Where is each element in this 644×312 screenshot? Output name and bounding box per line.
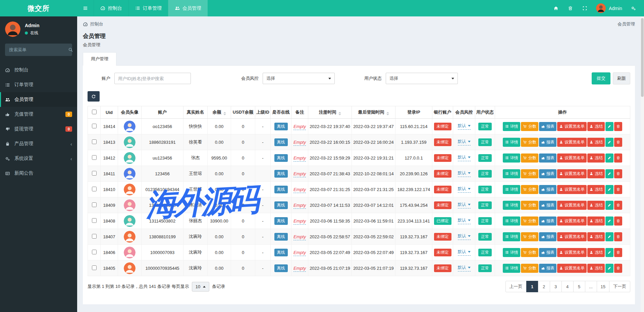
submit-button[interactable]: 提交 <box>592 72 610 84</box>
status-select[interactable]: 选择 <box>386 73 458 84</box>
action-blacklist-button[interactable]: 设置黑名单 <box>557 216 587 226</box>
risk-dropdown[interactable]: 默认 <box>458 123 471 130</box>
page-15-button[interactable]: 15 <box>597 281 609 292</box>
action-blacklist-button[interactable]: 设置黑名单 <box>557 248 587 257</box>
action-edit-button[interactable] <box>605 169 613 178</box>
row-checkbox[interactable] <box>92 234 97 239</box>
action-delete-button[interactable] <box>614 169 622 178</box>
action-freeze-button[interactable]: 冻结 <box>587 216 605 226</box>
action-blacklist-button[interactable]: 设置黑名单 <box>557 185 587 194</box>
page-1-button[interactable]: 1 <box>526 281 538 292</box>
row-checkbox[interactable] <box>92 124 97 128</box>
select-all-checkbox[interactable] <box>92 110 97 114</box>
refresh-button[interactable]: 刷新 <box>613 72 630 84</box>
action-report-button[interactable]: 报表 <box>539 248 556 257</box>
nav-item-控制台[interactable]: 控制台 <box>94 0 128 16</box>
sidebar-item-控制台[interactable]: 控制台 <box>0 63 77 77</box>
action-score-button[interactable]: 分数 <box>521 138 538 147</box>
home-button[interactable] <box>549 0 563 16</box>
risk-dropdown[interactable]: 默认 <box>458 154 471 161</box>
action-edit-button[interactable] <box>605 185 613 194</box>
page-next-button[interactable]: 下一页 <box>609 281 630 292</box>
action-freeze-button[interactable]: 冻结 <box>587 169 605 178</box>
col-余额[interactable]: 余额 <box>208 106 231 119</box>
action-details-button[interactable]: 详情 <box>503 185 520 194</box>
action-delete-button[interactable] <box>614 248 622 257</box>
action-score-button[interactable]: 分数 <box>521 248 538 257</box>
page-5-button[interactable]: 5 <box>573 281 585 292</box>
action-details-button[interactable]: 详情 <box>503 216 520 226</box>
action-details-button[interactable]: 详情 <box>503 122 520 131</box>
breadcrumb-dashboard-link[interactable]: 控制台 <box>83 21 103 27</box>
action-report-button[interactable]: 报表 <box>539 122 556 131</box>
action-details-button[interactable]: 详情 <box>503 264 520 273</box>
action-edit-button[interactable] <box>605 201 613 210</box>
action-delete-button[interactable] <box>614 185 622 194</box>
note-link[interactable]: Empty <box>293 124 306 130</box>
action-blacklist-button[interactable]: 设置黑名单 <box>557 169 587 178</box>
risk-dropdown[interactable]: 默认 <box>458 139 471 145</box>
row-checkbox[interactable] <box>92 155 97 160</box>
sidebar-item-会员管理[interactable]: 会员管理 <box>0 92 77 107</box>
col-最后登陆时间[interactable]: 最后登陆时间 <box>352 106 395 119</box>
action-freeze-button[interactable]: 冻结 <box>587 264 605 273</box>
action-edit-button[interactable] <box>605 138 613 147</box>
action-details-button[interactable]: 详情 <box>503 248 520 257</box>
search-input[interactable] <box>9 47 68 52</box>
row-checkbox[interactable] <box>92 218 97 223</box>
action-report-button[interactable]: 报表 <box>539 138 556 147</box>
risk-dropdown[interactable]: 默认 <box>458 217 471 224</box>
tab-user-management[interactable]: 用户管理 <box>83 52 116 66</box>
risk-dropdown[interactable]: 默认 <box>458 249 471 256</box>
note-link[interactable]: Empty <box>293 187 306 193</box>
col-select-all[interactable] <box>88 106 101 119</box>
note-link[interactable]: Empty <box>293 250 306 256</box>
risk-dropdown[interactable]: 默认 <box>458 202 471 208</box>
action-details-button[interactable]: 详情 <box>503 138 520 147</box>
page-3-button[interactable]: 3 <box>550 281 562 292</box>
row-checkbox[interactable] <box>92 187 97 191</box>
note-link[interactable]: Empty <box>293 203 306 209</box>
action-delete-button[interactable] <box>614 138 622 147</box>
action-freeze-button[interactable]: 冻结 <box>587 201 605 210</box>
action-freeze-button[interactable]: 冻结 <box>587 232 605 241</box>
action-report-button[interactable]: 报表 <box>539 185 556 194</box>
sidebar-toggle-button[interactable] <box>77 0 94 16</box>
nav-item-订单管理[interactable]: 订单管理 <box>128 0 168 16</box>
clear-cache-button[interactable] <box>563 0 578 16</box>
action-delete-button[interactable] <box>614 216 622 226</box>
action-blacklist-button[interactable]: 设置黑名单 <box>557 201 587 210</box>
note-link[interactable]: Empty <box>293 219 306 225</box>
page-2-button[interactable]: 2 <box>538 281 550 292</box>
account-search-input[interactable] <box>114 73 191 84</box>
risk-dropdown[interactable]: 默认 <box>458 170 471 177</box>
action-score-button[interactable]: 分数 <box>521 264 538 273</box>
action-details-button[interactable]: 详情 <box>503 201 520 210</box>
risk-select[interactable]: 选择 <box>263 73 335 84</box>
note-link[interactable]: Empty <box>293 140 306 146</box>
page-ellipsis[interactable]: ... <box>585 281 597 292</box>
action-freeze-button[interactable]: 冻结 <box>587 153 605 163</box>
action-freeze-button[interactable]: 冻结 <box>587 248 605 257</box>
settings-button[interactable] <box>626 0 641 16</box>
action-report-button[interactable]: 报表 <box>539 216 556 226</box>
action-score-button[interactable]: 分数 <box>521 232 538 241</box>
note-link[interactable]: Empty <box>293 155 306 162</box>
action-blacklist-button[interactable]: 设置黑名单 <box>557 153 587 163</box>
action-freeze-button[interactable]: 冻结 <box>587 122 605 131</box>
row-checkbox[interactable] <box>92 265 97 270</box>
page-prev-button[interactable]: 上一页 <box>505 281 527 292</box>
action-score-button[interactable]: 分数 <box>521 169 538 178</box>
action-blacklist-button[interactable]: 设置黑名单 <box>557 138 587 147</box>
row-checkbox[interactable] <box>92 250 97 254</box>
action-edit-button[interactable] <box>605 232 613 241</box>
fullscreen-button[interactable] <box>578 0 592 16</box>
action-report-button[interactable]: 报表 <box>539 264 556 273</box>
row-checkbox[interactable] <box>92 139 97 144</box>
action-details-button[interactable]: 详情 <box>503 153 520 163</box>
action-blacklist-button[interactable]: 设置黑名单 <box>557 264 587 273</box>
sidebar-item-系统设置[interactable]: 系统设置‹ <box>0 151 77 166</box>
sidebar-item-提现管理[interactable]: 提现管理0 <box>0 122 77 136</box>
page-size-select[interactable]: 10 <box>192 282 209 292</box>
action-delete-button[interactable] <box>614 264 622 273</box>
